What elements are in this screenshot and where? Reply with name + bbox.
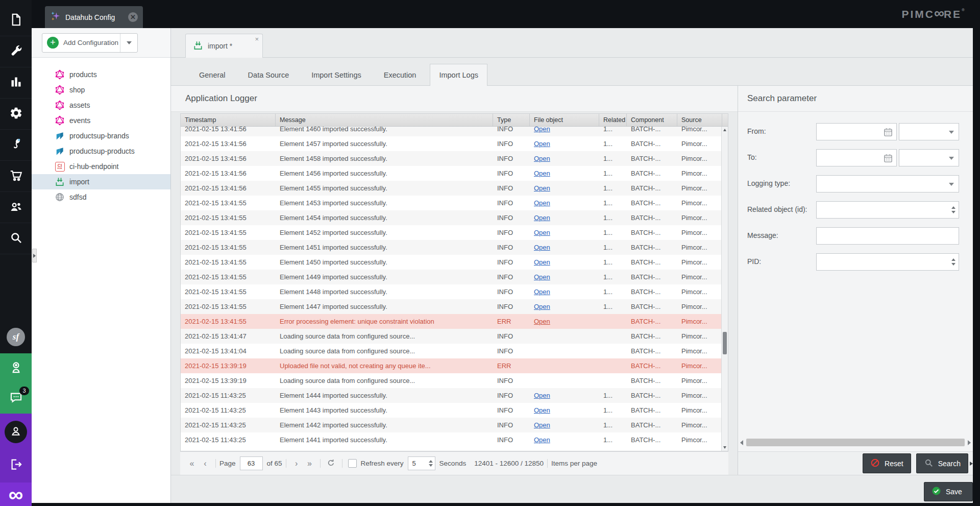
open-file-link[interactable]: Open xyxy=(534,436,550,444)
tree-item-import[interactable]: import xyxy=(32,174,170,189)
scrollbar-thumb[interactable] xyxy=(746,439,965,446)
spinner-down-icon[interactable] xyxy=(951,211,955,213)
to-time-select[interactable] xyxy=(899,149,959,166)
spinner-up-icon[interactable] xyxy=(429,460,433,463)
open-file-link[interactable]: Open xyxy=(534,318,550,325)
scroll-left-icon[interactable] xyxy=(740,440,743,445)
tree-item-productsup-brands[interactable]: productsup-brands xyxy=(32,128,170,143)
cell-source: Pimcor... xyxy=(677,151,721,166)
from-date-input[interactable] xyxy=(816,123,897,140)
tab-import[interactable]: import * × xyxy=(185,34,263,58)
column-header-source[interactable]: Source xyxy=(677,114,722,126)
sidebar-item-chart[interactable] xyxy=(0,67,32,99)
add-configuration-dropdown[interactable] xyxy=(120,34,137,52)
last-page-button[interactable]: » xyxy=(303,459,316,468)
spinner-down-icon[interactable] xyxy=(429,464,433,467)
sidebar-item-search[interactable] xyxy=(0,223,32,254)
to-date-input[interactable] xyxy=(816,149,897,166)
scrollbar-track[interactable] xyxy=(745,439,966,446)
scroll-right-icon[interactable] xyxy=(968,440,971,445)
tab-datahub-config[interactable]: Datahub Config ✕ xyxy=(45,6,143,28)
refresh-every-checkbox[interactable] xyxy=(348,459,357,468)
tree-item-sdfsd[interactable]: sdfsd xyxy=(32,189,170,205)
scroll-up-icon[interactable] xyxy=(723,129,726,131)
open-file-link[interactable]: Open xyxy=(534,392,550,399)
open-file-link[interactable]: Open xyxy=(534,127,550,133)
refresh-button[interactable] xyxy=(324,459,338,469)
spinner-up-icon[interactable] xyxy=(951,206,955,209)
calendar-icon[interactable] xyxy=(883,127,893,137)
close-tab-icon[interactable]: ✕ xyxy=(128,12,138,22)
open-file-link[interactable]: Open xyxy=(534,421,550,429)
open-file-link[interactable]: Open xyxy=(534,273,550,281)
tree-item-shop[interactable]: shop xyxy=(32,82,170,98)
sidebar-item-gear[interactable] xyxy=(0,99,32,130)
open-file-link[interactable]: Open xyxy=(534,229,550,236)
open-file-link[interactable]: Open xyxy=(534,244,550,251)
sidebar-item-wrench[interactable] xyxy=(0,36,32,67)
tab-data-source[interactable]: Data Source xyxy=(239,64,298,85)
first-page-button[interactable]: « xyxy=(185,459,199,468)
open-file-link[interactable]: Open xyxy=(534,258,550,266)
sidebar-item-symfony[interactable]: sf xyxy=(0,328,32,346)
open-file-link[interactable]: Open xyxy=(534,406,550,414)
prev-page-button[interactable]: ‹ xyxy=(199,459,212,468)
sidebar-item-users[interactable] xyxy=(0,192,32,223)
horizontal-scrollbar[interactable] xyxy=(740,438,971,447)
from-time-select[interactable] xyxy=(899,123,959,140)
sidebar-item-profile[interactable] xyxy=(0,414,32,450)
sidebar-item-account[interactable] xyxy=(0,353,32,383)
cell-source: Pimcor... xyxy=(677,284,721,299)
tab-import-settings[interactable]: Import Settings xyxy=(303,64,370,85)
reset-button[interactable]: Reset xyxy=(863,453,911,473)
scroll-down-icon[interactable] xyxy=(723,446,726,449)
sidebar-item-logout[interactable] xyxy=(0,450,32,480)
column-header-component[interactable]: Component xyxy=(627,114,677,126)
close-icon[interactable]: × xyxy=(255,35,259,43)
open-file-link[interactable]: Open xyxy=(534,214,550,222)
pid-number-input[interactable] xyxy=(816,253,959,271)
tab-import-logs[interactable]: Import Logs xyxy=(430,64,487,85)
vertical-scrollbar[interactable] xyxy=(721,127,728,451)
tree-item-assets[interactable]: assets xyxy=(32,98,170,113)
column-header-related[interactable]: Related object xyxy=(599,114,627,126)
cell-related: 1... xyxy=(599,166,627,181)
add-configuration-button[interactable]: + Add Configuration xyxy=(42,33,138,53)
column-header-file[interactable]: File object xyxy=(530,114,599,126)
sidebar-item-messages[interactable]: 3 xyxy=(0,383,32,414)
tab-general[interactable]: General xyxy=(190,64,234,85)
column-header-type[interactable]: Type xyxy=(493,114,530,126)
tree-item-events[interactable]: events xyxy=(32,113,170,128)
open-file-link[interactable]: Open xyxy=(534,184,550,192)
sidebar-item-file[interactable] xyxy=(0,5,32,36)
panel-collapse-handle[interactable] xyxy=(32,249,37,262)
open-file-link[interactable]: Open xyxy=(534,288,550,296)
sidebar-item-cart[interactable] xyxy=(0,161,32,192)
related-object-id-number-input[interactable] xyxy=(816,201,959,219)
save-button[interactable]: Save xyxy=(924,482,973,501)
spinner-down-icon[interactable] xyxy=(951,263,955,266)
open-file-link[interactable]: Open xyxy=(534,140,550,148)
tab-execution[interactable]: Execution xyxy=(375,64,425,85)
message-text-input[interactable] xyxy=(816,227,959,245)
next-page-button[interactable]: › xyxy=(290,459,303,468)
scrollbar-thumb[interactable] xyxy=(723,332,727,354)
open-file-link[interactable]: Open xyxy=(534,199,550,207)
calendar-icon[interactable] xyxy=(883,153,893,163)
logging-type-select[interactable] xyxy=(816,175,959,192)
cell-file: Open xyxy=(530,151,599,166)
search-button[interactable]: Search xyxy=(916,453,968,473)
open-file-link[interactable]: Open xyxy=(534,170,550,177)
column-header-ts[interactable]: Timestamp xyxy=(181,114,276,126)
spinner-up-icon[interactable] xyxy=(951,258,955,261)
sidebar-item-marketing[interactable] xyxy=(0,130,32,161)
page-number-input[interactable]: 63 xyxy=(240,456,263,470)
tree-item-products[interactable]: products xyxy=(32,67,170,82)
tree-item-ci-hub-endpoint[interactable]: CIHUBci-hub-endpoint xyxy=(32,159,170,174)
refresh-interval-input[interactable]: 5 xyxy=(408,456,435,470)
pimcore-logo-icon[interactable]: ∞ xyxy=(0,483,32,506)
column-header-msg[interactable]: Message xyxy=(276,114,493,126)
tree-item-productsup-products[interactable]: productsup-products xyxy=(32,143,170,159)
open-file-link[interactable]: Open xyxy=(534,303,550,310)
open-file-link[interactable]: Open xyxy=(534,155,550,162)
